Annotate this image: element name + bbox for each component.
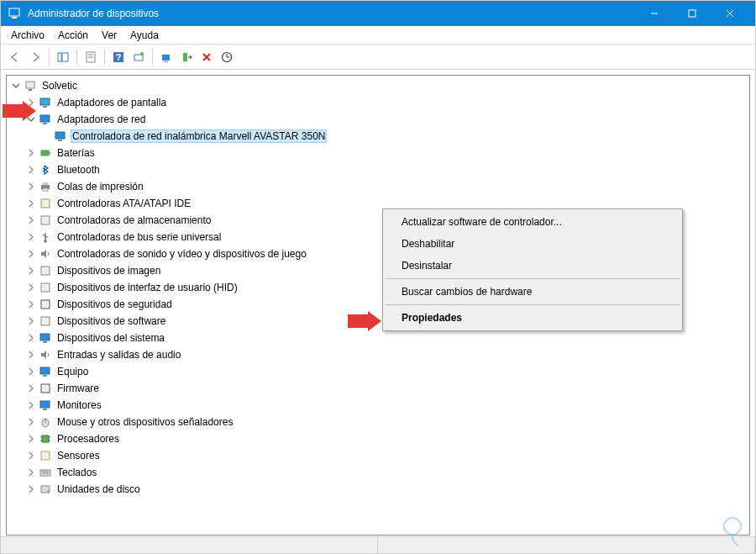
expander-icon[interactable] bbox=[25, 298, 37, 310]
context-menu-item[interactable]: Deshabilitar bbox=[385, 233, 680, 255]
tree-node[interactable]: Firmware bbox=[7, 380, 749, 397]
svg-rect-35 bbox=[41, 216, 50, 224]
tree-node[interactable]: Dispositivos del sistema bbox=[7, 330, 749, 346]
expander-icon[interactable] bbox=[25, 399, 37, 411]
expander-icon[interactable] bbox=[25, 433, 37, 445]
tree-node-label: Unidades de disco bbox=[55, 483, 142, 495]
tree-node[interactable]: Adaptadores de red bbox=[7, 111, 749, 128]
expander-icon[interactable] bbox=[25, 349, 37, 361]
expander-icon[interactable] bbox=[25, 181, 37, 193]
display-icon bbox=[39, 96, 52, 109]
toolbar-separator bbox=[49, 49, 50, 66]
menu-ayuda[interactable]: Ayuda bbox=[123, 28, 165, 43]
expander-icon[interactable] bbox=[25, 383, 37, 394]
context-menu-item[interactable]: Propiedades bbox=[385, 307, 680, 329]
context-menu-item[interactable]: Desinstalar bbox=[385, 255, 680, 277]
show-hide-tree-button[interactable] bbox=[54, 48, 72, 66]
svg-rect-6 bbox=[58, 53, 61, 61]
expander-icon[interactable] bbox=[25, 164, 37, 176]
minimize-button[interactable] bbox=[635, 1, 673, 26]
expander-icon[interactable] bbox=[25, 315, 37, 327]
expander-icon[interactable] bbox=[25, 248, 37, 260]
update-driver-button[interactable] bbox=[157, 48, 176, 66]
disable-button[interactable] bbox=[177, 48, 196, 66]
tree-node[interactable]: Procesadores bbox=[7, 430, 749, 447]
expander-icon[interactable] bbox=[25, 483, 37, 495]
context-menu-separator bbox=[386, 304, 680, 305]
svg-point-62 bbox=[724, 518, 741, 535]
tree-root[interactable]: Solvetic bbox=[7, 77, 749, 94]
menu-accion[interactable]: Acción bbox=[51, 28, 95, 43]
svg-rect-23 bbox=[40, 98, 50, 105]
menu-archivo[interactable]: Archivo bbox=[4, 28, 51, 43]
expander-icon[interactable] bbox=[10, 80, 22, 92]
tree-node[interactable]: Colas de impresión bbox=[7, 178, 749, 195]
context-menu-item[interactable]: Actualizar software de controlador... bbox=[385, 211, 680, 233]
expander-icon[interactable] bbox=[25, 467, 37, 478]
expander-icon[interactable] bbox=[25, 450, 37, 462]
maximize-button[interactable] bbox=[673, 1, 711, 26]
tree-node[interactable]: Entradas y salidas de audio bbox=[7, 346, 749, 363]
context-menu-item[interactable]: Buscar cambios de hardware bbox=[385, 281, 680, 303]
expander-icon[interactable] bbox=[25, 282, 37, 293]
svg-rect-44 bbox=[40, 367, 50, 374]
expander-icon[interactable] bbox=[25, 147, 37, 159]
tree-node[interactable]: Mouse y otros dispositivos señaladores bbox=[7, 414, 749, 430]
expander-icon[interactable] bbox=[25, 366, 37, 377]
tree-node[interactable]: Bluetooth bbox=[7, 161, 749, 178]
tree-node[interactable]: Unidades de disco bbox=[7, 481, 749, 498]
menu-ver[interactable]: Ver bbox=[95, 28, 123, 43]
forward-button[interactable] bbox=[26, 48, 45, 66]
close-button[interactable] bbox=[711, 1, 748, 26]
security-icon bbox=[39, 298, 52, 311]
svg-rect-51 bbox=[42, 435, 49, 442]
status-cell bbox=[378, 537, 755, 553]
expander-icon[interactable] bbox=[25, 265, 37, 277]
tree-node[interactable]: Baterías bbox=[7, 145, 749, 161]
scan-changes-button[interactable] bbox=[218, 48, 236, 66]
svg-rect-26 bbox=[43, 123, 47, 124]
expander-icon[interactable] bbox=[25, 231, 37, 243]
expander-icon[interactable] bbox=[25, 214, 37, 226]
toolbar-separator bbox=[152, 49, 153, 66]
network-icon bbox=[54, 129, 67, 143]
tree-node[interactable]: Sensores bbox=[7, 447, 749, 464]
scan-hardware-button[interactable] bbox=[129, 48, 148, 66]
tree-node[interactable]: Adaptadores de pantalla bbox=[7, 94, 749, 111]
keyboard-icon bbox=[39, 466, 52, 479]
expander-icon[interactable] bbox=[25, 416, 37, 428]
svg-rect-7 bbox=[62, 53, 68, 61]
window-controls bbox=[635, 1, 748, 26]
tree-node-label: Bluetooth bbox=[55, 164, 102, 176]
tree-root-label: Solvetic bbox=[40, 80, 79, 92]
sound-icon bbox=[39, 247, 52, 261]
svg-rect-56 bbox=[41, 451, 50, 460]
tree-node-child[interactable]: Controladora de red inalámbrica Marvell … bbox=[7, 128, 749, 145]
computer-icon bbox=[24, 79, 37, 92]
back-button[interactable] bbox=[6, 48, 24, 66]
svg-rect-46 bbox=[41, 384, 50, 393]
tree-node-label: Colas de impresión bbox=[55, 181, 145, 193]
properties-button[interactable] bbox=[81, 48, 100, 66]
svg-rect-25 bbox=[40, 115, 50, 122]
tree-node[interactable]: Monitores bbox=[7, 397, 749, 414]
expander-icon[interactable] bbox=[25, 198, 37, 209]
uninstall-button[interactable] bbox=[197, 48, 216, 66]
tree-node-label: Mouse y otros dispositivos señaladores bbox=[55, 416, 234, 428]
svg-rect-3 bbox=[689, 10, 696, 17]
svg-rect-22 bbox=[29, 89, 32, 91]
ide-icon bbox=[39, 197, 52, 210]
expander-icon[interactable] bbox=[25, 332, 37, 344]
tree-node[interactable]: Teclados bbox=[7, 464, 749, 481]
tree-node-label: Baterías bbox=[55, 147, 97, 159]
tree-node-label: Dispositivos de software bbox=[55, 315, 167, 327]
svg-rect-13 bbox=[134, 55, 143, 61]
hid-icon bbox=[39, 281, 52, 294]
tree-node[interactable]: Equipo bbox=[7, 363, 749, 380]
svg-rect-41 bbox=[41, 317, 50, 325]
toolbar: ? bbox=[1, 45, 755, 70]
toolbar-separator bbox=[104, 49, 105, 66]
svg-rect-16 bbox=[164, 61, 168, 62]
imaging-icon bbox=[39, 264, 52, 277]
help-button[interactable]: ? bbox=[109, 48, 128, 66]
